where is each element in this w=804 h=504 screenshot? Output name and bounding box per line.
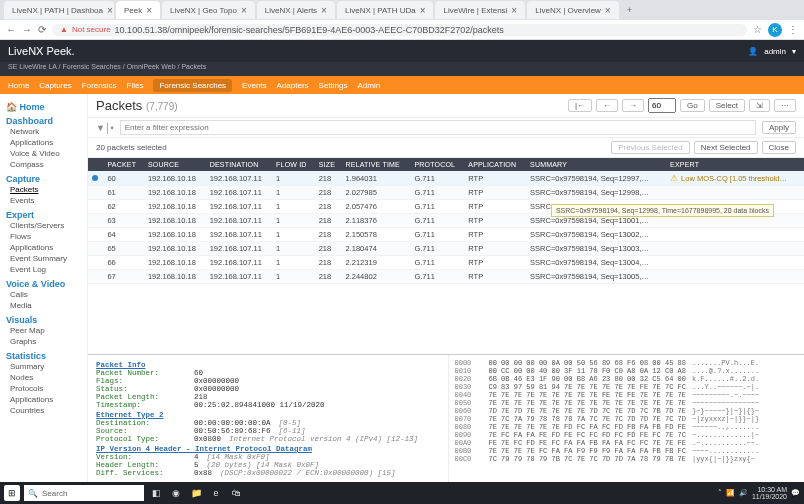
more-button[interactable]: ⋯ bbox=[774, 99, 796, 112]
new-tab-button[interactable]: + bbox=[621, 5, 638, 15]
bookmark-icon[interactable]: ☆ bbox=[753, 24, 762, 35]
sidebar-section-expert[interactable]: Expert bbox=[6, 210, 81, 220]
browser-tab[interactable]: LiveNX | Geo Topo× bbox=[162, 1, 255, 19]
table-row[interactable]: 65192.168.10.18192.168.107.1112182.18047… bbox=[88, 242, 804, 256]
sidebar-item-clients-servers[interactable]: Clients/Servers bbox=[6, 220, 81, 231]
column-header[interactable]: DESTINATION bbox=[206, 158, 272, 171]
go-button[interactable]: Go bbox=[680, 99, 705, 112]
sidebar-item-calls[interactable]: Calls bbox=[6, 289, 81, 300]
sidebar-section-dashboard[interactable]: Dashboard bbox=[6, 116, 81, 126]
next-button[interactable]: → bbox=[622, 99, 644, 112]
start-button[interactable]: ⊞ bbox=[4, 485, 20, 501]
profile-avatar[interactable]: K bbox=[768, 23, 782, 37]
reload-icon[interactable]: ⟳ bbox=[38, 24, 46, 35]
edge-icon[interactable]: e bbox=[208, 485, 224, 501]
table-row[interactable]: 61192.168.10.18192.168.107.1112182.02798… bbox=[88, 186, 804, 200]
wifi-icon[interactable]: 📶 bbox=[726, 489, 735, 497]
first-button[interactable]: |← bbox=[568, 99, 592, 112]
table-row[interactable]: 64192.168.10.18192.168.107.1112182.15057… bbox=[88, 228, 804, 242]
sidebar-item-applications[interactable]: Applications bbox=[6, 137, 81, 148]
nav-forensic-searches[interactable]: Forensic Searches bbox=[153, 79, 232, 92]
sidebar-item-event-log[interactable]: Event Log bbox=[6, 264, 81, 275]
nav-adapters[interactable]: Adapters bbox=[277, 81, 309, 90]
nav-captures[interactable]: Captures bbox=[39, 81, 71, 90]
sidebar-item-event-summary[interactable]: Event Summary bbox=[6, 253, 81, 264]
sidebar-item-compass[interactable]: Compass bbox=[6, 159, 81, 170]
back-icon[interactable]: ← bbox=[6, 24, 16, 35]
column-header[interactable]: EXPERT bbox=[666, 158, 804, 171]
close-icon[interactable]: × bbox=[321, 5, 327, 16]
sidebar-item-graphs[interactable]: Graphs bbox=[6, 336, 81, 347]
sidebar-section-capture[interactable]: Capture bbox=[6, 174, 81, 184]
taskbar-search[interactable]: 🔍 Search bbox=[24, 485, 144, 501]
browser-tab[interactable]: LiveNX | Alerts× bbox=[257, 1, 335, 19]
clock[interactable]: 10:30 AM 11/19/2020 bbox=[752, 486, 787, 500]
close-icon[interactable]: × bbox=[241, 5, 247, 16]
notifications-icon[interactable]: 💬 bbox=[791, 489, 800, 497]
explorer-icon[interactable]: 📁 bbox=[188, 485, 204, 501]
prev-selected-button[interactable]: Previous Selected bbox=[611, 141, 689, 154]
prev-button[interactable]: ← bbox=[596, 99, 618, 112]
sidebar-section-statistics[interactable]: Statistics bbox=[6, 351, 81, 361]
chrome-icon[interactable]: ◉ bbox=[168, 485, 184, 501]
sidebar-item-protocols[interactable]: Protocols bbox=[6, 383, 81, 394]
browser-tab[interactable]: Peek× bbox=[116, 1, 160, 19]
column-header[interactable]: SOURCE bbox=[144, 158, 206, 171]
browser-tab[interactable]: LiveNX | Overview× bbox=[527, 1, 619, 19]
forward-icon[interactable]: → bbox=[22, 24, 32, 35]
close-icon[interactable]: × bbox=[146, 5, 152, 16]
ethernet-header[interactable]: Ethernet Type 2 bbox=[96, 411, 440, 419]
sidebar-item-flows[interactable]: Flows bbox=[6, 231, 81, 242]
sidebar-item-applications[interactable]: Applications bbox=[6, 242, 81, 253]
close-icon[interactable]: × bbox=[107, 5, 113, 16]
sound-icon[interactable]: 🔊 bbox=[739, 489, 748, 497]
apply-button[interactable]: Apply bbox=[762, 121, 796, 134]
column-header[interactable] bbox=[88, 158, 103, 171]
close-icon[interactable]: × bbox=[511, 5, 517, 16]
ip-header[interactable]: IP Version 4 Header - Internet Protocol … bbox=[96, 445, 440, 453]
close-icon[interactable]: × bbox=[420, 5, 426, 16]
nav-home[interactable]: Home bbox=[8, 81, 29, 90]
column-header[interactable]: PACKET bbox=[103, 158, 143, 171]
browser-tab[interactable]: LiveNX | PATH | Dashboa× bbox=[4, 1, 114, 19]
sidebar-item-applications[interactable]: Applications bbox=[6, 394, 81, 405]
user-menu[interactable]: 👤 admin ▾ bbox=[748, 47, 796, 56]
table-row[interactable]: 60192.168.10.18192.168.107.1112181.96403… bbox=[88, 171, 804, 186]
export-button[interactable]: ⇲ bbox=[749, 99, 770, 112]
next-selected-button[interactable]: Next Selected bbox=[694, 141, 758, 154]
sidebar-item-events[interactable]: Events bbox=[6, 195, 81, 206]
sidebar-section-visuals[interactable]: Visuals bbox=[6, 315, 81, 325]
menu-icon[interactable]: ⋮ bbox=[788, 24, 798, 35]
url-field[interactable]: ▲ Not secure 10.100.51.38/omnipeek/foren… bbox=[52, 24, 747, 36]
sidebar-item-countries[interactable]: Countries bbox=[6, 405, 81, 416]
sidebar-item-voice-video[interactable]: Voice & Video bbox=[6, 148, 81, 159]
nav-forensics[interactable]: Forensics bbox=[82, 81, 117, 90]
sidebar-section-voice-video[interactable]: Voice & Video bbox=[6, 279, 81, 289]
nav-admin[interactable]: Admin bbox=[358, 81, 381, 90]
browser-tab[interactable]: LiveNX | PATH UDa× bbox=[337, 1, 434, 19]
goto-input[interactable] bbox=[648, 98, 676, 113]
column-header[interactable]: SUMMARY bbox=[526, 158, 666, 171]
nav-settings[interactable]: Settings bbox=[319, 81, 348, 90]
nav-events[interactable]: Events bbox=[242, 81, 266, 90]
close-icon[interactable]: × bbox=[605, 5, 611, 16]
nav-files[interactable]: Files bbox=[127, 81, 144, 90]
sidebar-item-summary[interactable]: Summary bbox=[6, 361, 81, 372]
table-row[interactable]: 67192.168.10.18192.168.107.1112182.24480… bbox=[88, 270, 804, 284]
sidebar-item-packets[interactable]: Packets bbox=[6, 184, 81, 195]
filter-input[interactable] bbox=[120, 120, 756, 135]
tray-up-icon[interactable]: ˄ bbox=[718, 489, 722, 497]
sidebar-section-home[interactable]: 🏠 Home bbox=[6, 102, 81, 112]
column-header[interactable]: SIZE bbox=[315, 158, 342, 171]
select-button[interactable]: Select bbox=[709, 99, 745, 112]
task-view-icon[interactable]: ◧ bbox=[148, 485, 164, 501]
browser-tab[interactable]: LiveWire | Extensi× bbox=[435, 1, 525, 19]
filter-icon[interactable]: ▼│• bbox=[96, 123, 114, 133]
sidebar-item-nodes[interactable]: Nodes bbox=[6, 372, 81, 383]
column-header[interactable]: APPLICATION bbox=[464, 158, 526, 171]
column-header[interactable]: RELATIVE TIME bbox=[342, 158, 411, 171]
close-selection-button[interactable]: Close bbox=[762, 141, 796, 154]
sidebar-item-media[interactable]: Media bbox=[6, 300, 81, 311]
column-header[interactable]: PROTOCOL bbox=[410, 158, 464, 171]
sidebar-item-peer-map[interactable]: Peer Map bbox=[6, 325, 81, 336]
